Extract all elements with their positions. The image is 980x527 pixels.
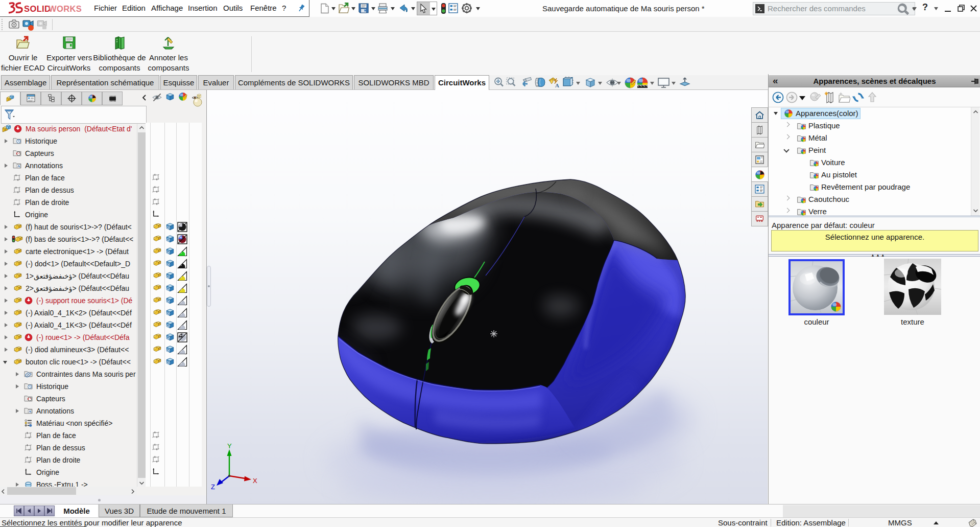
svg-text:A: A — [555, 82, 559, 88]
svg-text:Z: Z — [211, 483, 215, 491]
svg-text:Y: Y — [227, 442, 232, 450]
svg-text:X: X — [253, 477, 257, 485]
